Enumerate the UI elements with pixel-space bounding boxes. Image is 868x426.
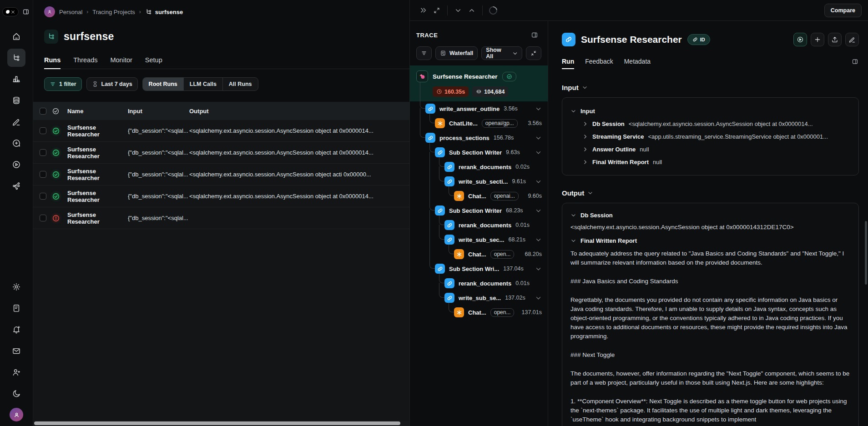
row-checkbox[interactable]	[40, 193, 46, 200]
run-row[interactable]: Surfsense Researcher {"db_session":"<sql…	[33, 207, 409, 229]
add-to-dataset-button[interactable]	[811, 33, 824, 46]
segment-root-runs[interactable]: Root Runs	[143, 78, 184, 90]
breadcrumb: Personal › Tracing Projects › surfsense	[44, 0, 183, 24]
sidebar-item-dashboards[interactable]	[7, 70, 25, 88]
tab-metadata[interactable]: Metadata	[624, 58, 651, 69]
workspace-avatar[interactable]	[44, 6, 55, 17]
date-range-button[interactable]: Last 7 days	[86, 77, 138, 91]
json-node-db-session[interactable]: Db Session <sqlalchemy.ext.asyncio.sessi…	[570, 117, 850, 130]
horizontal-scrollbar-track	[33, 421, 409, 426]
breadcrumb-personal[interactable]: Personal	[59, 9, 82, 15]
close-panel-icon[interactable]	[416, 4, 430, 17]
model-badge: openai/gp...	[482, 119, 518, 128]
sidebar-item-home[interactable]	[7, 27, 25, 45]
run-row[interactable]: Surfsense Researcher {"db_session":"<sql…	[33, 185, 409, 207]
collapse-sidebar-icon[interactable]	[21, 7, 30, 16]
json-node-input[interactable]: Input	[570, 105, 850, 117]
graph-nodes-icon	[12, 181, 21, 190]
trace-panel: TRACE Waterfall Show All	[410, 21, 548, 426]
input-card: Input Db Session <sqlalchemy.ext.asyncio…	[562, 97, 859, 175]
compare-button[interactable]: Compare	[824, 4, 862, 17]
output-db-session-key[interactable]: Db Session	[570, 212, 850, 219]
row-checkbox[interactable]	[40, 215, 46, 221]
sidebar-item-playground[interactable]	[7, 155, 25, 174]
chevron-down-icon[interactable]	[535, 105, 542, 112]
collapse-tree-button[interactable]	[526, 46, 541, 60]
open-in-playground-button[interactable]	[793, 33, 807, 46]
chevron-down-icon[interactable]	[535, 135, 542, 141]
sidebar-item-docs[interactable]	[7, 299, 25, 317]
llm-icon	[454, 307, 464, 317]
sidebar-item-invite[interactable]	[7, 363, 25, 381]
trace-node[interactable]: ChatLite... openai/gp... 3.56s	[410, 116, 548, 130]
run-row[interactable]: Surfsense Researcher {"db_session":"<sql…	[33, 164, 409, 185]
next-run-chevron-up-icon[interactable]	[465, 4, 479, 17]
waterfall-button[interactable]: Waterfall	[435, 46, 478, 60]
trace-node[interactable]: Sub Section Wri... 137.04s	[410, 261, 548, 276]
chevron-down-icon[interactable]	[535, 149, 542, 156]
share-button[interactable]	[828, 33, 842, 46]
expand-fullscreen-icon[interactable]	[430, 4, 444, 17]
run-row[interactable]: Surfsense Researcher {"db_session":"<sql…	[33, 142, 409, 164]
chain-icon	[444, 235, 454, 245]
run-id-badge[interactable]: ID	[687, 34, 710, 45]
profile-avatar[interactable]	[10, 408, 23, 421]
sidebar-item-prompts[interactable]	[7, 134, 25, 152]
trace-node[interactable]: write_sub_se... 137.02s	[410, 291, 548, 305]
vertical-scrollbar-thumb[interactable]	[865, 221, 867, 285]
tab-setup[interactable]: Setup	[145, 56, 162, 69]
json-node-final-written-report[interactable]: Final Written Report null	[570, 155, 850, 168]
sidebar-item-feedback[interactable]	[7, 342, 25, 360]
hourglass-icon	[92, 81, 98, 87]
trace-node[interactable]: rerank_documents 0.01s	[410, 276, 548, 291]
moon-icon	[12, 389, 21, 398]
sidebar-item-deployments[interactable]	[7, 177, 25, 195]
success-status-icon	[52, 170, 60, 179]
sidebar-item-theme-toggle[interactable]	[7, 385, 25, 403]
tab-run[interactable]: Run	[562, 58, 574, 69]
filter-count-button[interactable]: 1 filter	[44, 77, 82, 91]
tab-threads[interactable]: Threads	[73, 56, 97, 69]
breadcrumb-project[interactable]: surfsense	[145, 8, 183, 15]
json-node-answer-outline[interactable]: Answer Outline null	[570, 143, 850, 155]
sidebar-item-tracing-projects[interactable]	[7, 49, 25, 67]
segment-llm-calls[interactable]: LLM Calls	[184, 78, 223, 90]
output-section-heading[interactable]: Output	[562, 189, 859, 197]
chevron-down-icon[interactable]	[535, 178, 542, 185]
sidebar-item-annotation-queues[interactable]	[7, 113, 25, 131]
select-all-checkbox[interactable]	[40, 108, 46, 115]
sidebar-item-datasets[interactable]	[7, 91, 25, 110]
run-row[interactable]: Surfsense Researcher {"db_session":"<sql…	[33, 120, 409, 142]
detail-panel-toggle-icon[interactable]	[848, 55, 862, 68]
pen-icon	[12, 117, 21, 126]
tokens-icon	[476, 89, 482, 95]
row-checkbox[interactable]	[40, 149, 46, 156]
trace-node[interactable]: Chat... open... 137.01s	[410, 305, 548, 320]
tab-runs[interactable]: Runs	[44, 56, 61, 69]
tab-feedback[interactable]: Feedback	[585, 58, 613, 69]
row-checkbox[interactable]	[40, 127, 46, 134]
segment-all-runs[interactable]: All Runs	[223, 78, 258, 90]
trace-filter-button[interactable]	[416, 46, 432, 60]
input-section-heading[interactable]: Input	[562, 84, 859, 91]
annotate-button[interactable]	[845, 33, 859, 46]
home-icon	[12, 32, 21, 41]
prev-run-chevron-down-icon[interactable]	[451, 4, 465, 17]
chevron-down-icon[interactable]	[535, 295, 542, 301]
trace-root-selected[interactable]: Surfsense Researcher 160.35s 104,684	[410, 65, 548, 101]
chevron-down-icon[interactable]	[535, 207, 542, 214]
horizontal-scrollbar-thumb[interactable]	[34, 421, 400, 425]
chevron-down-icon[interactable]	[535, 236, 542, 243]
json-node-streaming-service[interactable]: Streaming Service <app.utils.streaming_s…	[570, 130, 850, 143]
sidebar-item-settings[interactable]	[7, 278, 25, 296]
row-checkbox[interactable]	[40, 171, 46, 178]
chevron-down-icon[interactable]	[535, 266, 542, 272]
divider	[482, 5, 483, 15]
tab-monitor[interactable]: Monitor	[110, 56, 132, 69]
breadcrumb-tracing-projects[interactable]: Tracing Projects	[92, 9, 135, 15]
langsmith-logo[interactable]	[2, 7, 19, 16]
output-report-key[interactable]: Final Written Report	[570, 237, 850, 244]
sidebar-item-notifications[interactable]	[7, 321, 25, 339]
trace-panel-toggle-icon[interactable]	[528, 28, 541, 42]
show-all-dropdown[interactable]: Show All	[481, 46, 522, 60]
